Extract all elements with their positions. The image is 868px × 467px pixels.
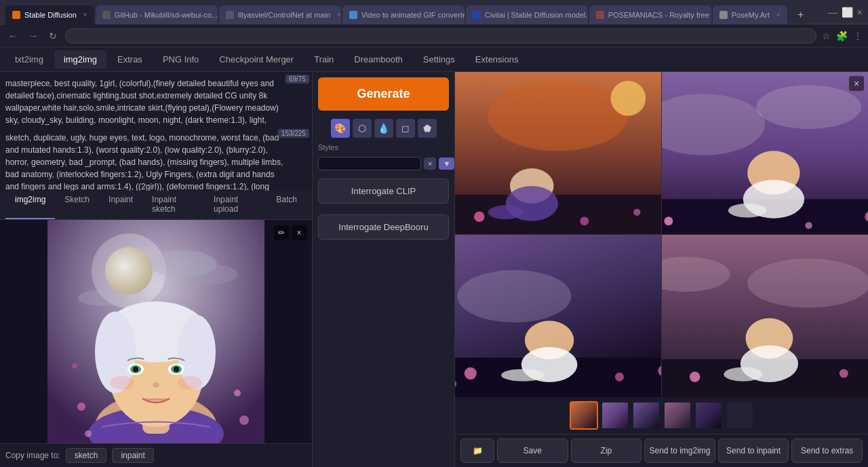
output-image-2[interactable] (662, 72, 868, 234)
svg-point-33 (488, 205, 524, 219)
style-icon-1[interactable]: ⬡ (353, 119, 372, 138)
tab-close[interactable]: × (83, 11, 87, 18)
nav-settings[interactable]: Settings (414, 50, 465, 69)
svg-point-28 (488, 81, 629, 151)
browser-tab-controlnet[interactable]: Illyasviel/ControlNet at main × (219, 5, 341, 24)
output-image-grid (455, 72, 868, 397)
new-tab-button[interactable]: + (791, 5, 810, 24)
svg-point-43 (728, 204, 767, 218)
nav-txt2img[interactable]: txt2img (5, 50, 53, 69)
tab-batch[interactable]: Batch (267, 191, 307, 219)
menu-icon[interactable]: ⋮ (853, 31, 863, 41)
styles-input-row: × ▼ (313, 154, 454, 173)
favicon (349, 11, 357, 19)
star-icon[interactable]: ☆ (822, 31, 831, 41)
styles-input[interactable] (318, 157, 421, 170)
styles-clear-button[interactable]: × (424, 157, 436, 170)
output-image-3[interactable] (455, 235, 661, 397)
style-icon-3[interactable]: ◻ (396, 119, 415, 138)
back-button[interactable]: ← (5, 29, 20, 43)
style-icon-0[interactable]: 🎨 (331, 119, 350, 138)
output-images-area: × (455, 72, 868, 397)
tab-inpaint-upload[interactable]: Inpaint upload (204, 191, 267, 219)
favicon (12, 11, 20, 19)
folder-icon: 📁 (473, 446, 483, 455)
zip-button[interactable]: Zip (571, 438, 642, 463)
svg-point-22 (77, 403, 85, 411)
tab-label: GitHub - Mikubill/sd-webui-co... (115, 11, 218, 19)
browser-tab-stable-diffusion[interactable]: Stable Diffusion × (5, 5, 94, 24)
negative-prompt-input[interactable]: sketch, duplicate, ugly, huge eyes, text… (0, 126, 312, 191)
nav-train[interactable]: Train (304, 50, 343, 69)
nav-extras[interactable]: Extras (108, 50, 152, 69)
svg-point-20 (110, 376, 134, 390)
browser-tab-civitai[interactable]: Civitai | Stable Diffusion model... × (466, 5, 588, 24)
clear-image-button[interactable]: × (292, 225, 307, 240)
copy-to-inpaint-button[interactable]: inpaint (112, 448, 153, 463)
svg-point-52 (501, 369, 545, 381)
tab-inpaint[interactable]: Inpaint (99, 191, 142, 219)
svg-point-23 (234, 390, 241, 396)
positive-prompt-input[interactable]: masterpiece, best quality, 1girl, (color… (0, 72, 312, 126)
thumbnail-1[interactable] (601, 401, 629, 430)
positive-prompt-counter: 69/75 (285, 75, 309, 83)
img-mode-tabs: img2img Sketch Inpaint Inpaint sketch In… (0, 191, 312, 220)
forward-button[interactable]: → (26, 29, 41, 43)
interrogate-clip-button[interactable]: Interrogate CLIP (318, 179, 449, 204)
tab-sketch[interactable]: Sketch (55, 191, 99, 219)
copy-to-sketch-button[interactable]: sketch (66, 448, 107, 463)
favicon (473, 11, 481, 19)
browser-tab-pose[interactable]: POSEMANIACS - Royalty free 3... × (589, 5, 711, 24)
tab-label: Stable Diffusion (24, 11, 77, 19)
interrogate-deepbooru-button[interactable]: Interrogate DeepBooru (318, 214, 449, 240)
thumbnail-4[interactable] (694, 401, 723, 430)
styles-dropdown-button[interactable]: ▼ (439, 157, 454, 170)
tab-img2img[interactable]: img2img (5, 191, 55, 219)
generate-button[interactable]: Generate (318, 77, 449, 111)
output-image-4[interactable] (662, 235, 868, 397)
reload-button[interactable]: ↻ (46, 29, 60, 43)
image-preview[interactable]: ✏ × (0, 220, 312, 443)
nav-checkpoint-merger[interactable]: Checkpoint Merger (210, 50, 303, 69)
save-button[interactable]: Save (497, 438, 568, 463)
positive-prompt-area: masterpiece, best quality, 1girl, (color… (0, 72, 312, 126)
generate-area: Generate (313, 72, 454, 116)
open-folder-button[interactable]: 📁 (460, 438, 494, 463)
thumbnail-0[interactable] (570, 401, 598, 430)
style-icon-4[interactable]: ⬟ (418, 119, 437, 138)
svg-point-25 (239, 415, 249, 425)
tab-close[interactable]: × (337, 11, 341, 18)
svg-point-26 (85, 430, 92, 437)
output-image-1[interactable] (455, 72, 661, 234)
nav-dreambooth[interactable]: Dreambooth (344, 50, 412, 69)
style-icon-2[interactable]: 💧 (374, 119, 393, 138)
browser-tab-github[interactable]: GitHub - Mikubill/sd-webui-co... × (96, 5, 218, 24)
output-img-svg-3 (455, 235, 661, 397)
send-img2img-button[interactable]: Send to img2img (644, 438, 715, 463)
svg-point-19 (153, 382, 159, 388)
tab-close[interactable]: × (776, 11, 781, 18)
extension-icon[interactable]: 🧩 (836, 31, 848, 41)
svg-point-65 (840, 369, 848, 378)
svg-point-18 (174, 367, 179, 372)
svg-point-24 (72, 363, 77, 369)
nav-img2img[interactable]: img2img (54, 50, 106, 69)
action-buttons-row: 📁 Save Zip Send to img2img Send to inpai… (455, 434, 868, 467)
send-inpaint-button[interactable]: Send to inpaint (718, 438, 789, 463)
address-input[interactable]: 127.0.0.1:7860 (65, 29, 816, 43)
nav-pnginfo[interactable]: PNG Info (153, 50, 208, 69)
thumbnail-2[interactable] (632, 401, 660, 430)
send-extras-button[interactable]: Send to extras (791, 438, 863, 463)
negative-prompt-counter: 153/225 (278, 129, 309, 138)
close-output-button[interactable]: × (849, 76, 864, 91)
edit-image-button[interactable]: ✏ (274, 225, 289, 240)
thumbnail-5[interactable] (726, 401, 754, 430)
thumbnail-3[interactable] (663, 401, 692, 430)
tab-inpaint-sketch[interactable]: Inpaint sketch (142, 191, 204, 219)
svg-point-4 (183, 264, 237, 284)
tab-bar: Stable Diffusion × GitHub - Mikubill/sd-… (5, 0, 810, 24)
nav-extensions[interactable]: Extensions (466, 50, 528, 69)
browser-tab-posemy[interactable]: PoseMy.Art × (713, 5, 787, 24)
browser-tab-gif[interactable]: Video to animated GIF converter × (342, 5, 465, 24)
svg-point-46 (805, 222, 812, 229)
